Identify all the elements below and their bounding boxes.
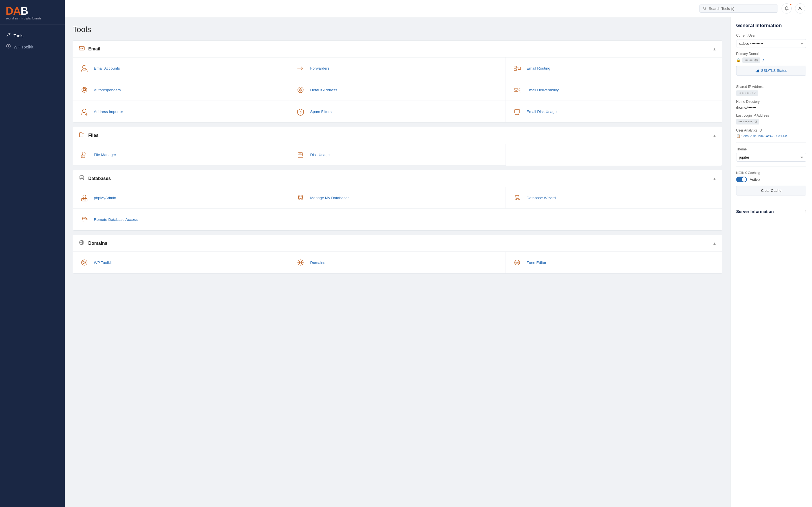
email-routing-label: Email Routing [527,66,550,70]
tool-item-phpmyadmin[interactable]: PHP phpMyAdmin [73,187,289,209]
svg-rect-8 [514,69,516,70]
email-routing-icon [511,62,523,74]
email-disk-usage-label: Email Disk Usage [527,110,557,114]
notifications-button[interactable] [781,3,792,13]
svg-rect-7 [514,66,516,68]
main-content: Tools Email ▲ [65,17,730,507]
last-login-value: •••.•••.•••.13 [736,119,759,124]
svg-point-4 [83,65,86,69]
sidebar-nav: Tools WP Toolkit [0,25,65,57]
autoresponders-label: Autoresponders [94,88,121,92]
tool-item-address-importer[interactable]: Address Importer [73,101,289,122]
tool-item-email-accounts[interactable]: Email Accounts [73,57,289,79]
databases-section-body: PHP phpMyAdmin [73,187,722,230]
last-login-label: Last Login IP Address [736,114,806,117]
divider-4 [736,200,806,200]
domains-chevron-icon: ▲ [712,241,716,245]
bell-icon [784,6,789,11]
tool-item-manage-databases[interactable]: Manage My Databases [289,187,506,209]
tool-item-default-address[interactable]: Default Address [289,79,506,101]
sidebar-item-wp-label: WP Toolkit [13,45,33,49]
svg-rect-20 [82,156,83,157]
domains-section: Domains ▲ [73,235,722,274]
domains-item-icon [295,257,306,268]
file-manager-icon [79,149,90,160]
zone-editor-icon [511,257,523,268]
phpmyadmin-label: phpMyAdmin [94,196,116,200]
tool-item-email-deliverability[interactable]: Email Deliverability [506,79,722,101]
nginx-active-label: Active [750,177,760,182]
files-section-body: File Manager Disk Usage [73,144,722,166]
tool-item-spam-filters[interactable]: Spam Filters [289,101,506,122]
svg-rect-3 [79,47,84,50]
external-link-icon[interactable]: ↗ [762,58,765,62]
tool-item-domains[interactable]: Domains [289,252,506,274]
databases-section-header[interactable]: Databases ▲ [73,170,722,187]
current-user-label: Current User [736,34,806,38]
domains-section-title: Domains [88,241,107,246]
databases-chevron-icon: ▲ [712,176,716,181]
email-deliverability-icon [511,84,523,96]
user-menu-button[interactable] [795,3,805,13]
svg-rect-38 [757,70,758,72]
server-info-row[interactable]: Server Information › [736,205,806,214]
spam-filters-icon [295,106,306,117]
tool-item-forwarders[interactable]: Forwarders [289,57,506,79]
ssl-tls-button[interactable]: SSL/TLS Status [736,66,806,75]
domains-section-header[interactable]: Domains ▲ [73,235,722,252]
svg-rect-39 [758,69,759,72]
forwarders-label: Forwarders [310,66,329,70]
domains-section-icon [79,239,85,247]
disk-usage-label: Disk Usage [310,153,329,157]
svg-point-23 [80,175,84,177]
domains-item-label: Domains [310,261,325,265]
tool-item-zone-editor[interactable]: Zone Editor [506,252,722,274]
default-address-icon [295,84,306,96]
nginx-toggle[interactable] [736,177,747,182]
tool-item-file-manager[interactable]: File Manager [73,144,289,166]
server-info-arrow-icon: › [805,209,806,214]
email-section-header[interactable]: Email ▲ [73,41,722,57]
tool-item-disk-usage[interactable]: Disk Usage [289,144,506,166]
svg-point-15 [83,109,86,113]
sidebar-item-tools-label: Tools [13,33,23,38]
tool-item-autoresponders[interactable]: Autoresponders [73,79,289,101]
theme-select[interactable]: jupiter [736,153,806,162]
lock-icon: 🔒 [736,58,741,62]
sidebar-item-tools[interactable]: Tools [0,30,65,41]
shared-ip-value: ••.•••.•••.17 [736,91,758,96]
disk-usage-icon [295,149,306,160]
address-importer-label: Address Importer [94,110,123,114]
address-importer-icon [79,106,90,117]
server-info-label: Server Information [736,209,774,214]
tool-item-email-disk-usage[interactable]: Email Disk Usage [506,101,722,122]
files-section-icon [79,131,85,139]
theme-label: Theme [736,147,806,151]
svg-rect-36 [756,71,756,72]
tool-item-wp-toolkit[interactable]: WP Toolkit [73,252,289,274]
tool-item-remote-db-access[interactable]: Remote Database Access [73,209,289,230]
tool-item-database-wizard[interactable]: Database Wizard [506,187,722,209]
search-input[interactable] [709,6,774,11]
email-accounts-label: Email Accounts [94,66,120,70]
copy-icon[interactable]: 📋 [736,134,741,138]
content-area: Tools Email ▲ [65,17,812,507]
files-section-header[interactable]: Files ▲ [73,127,722,144]
databases-section-title: Databases [88,176,111,181]
email-section-body: Email Accounts Forwarders [73,57,722,122]
sidebar: DAB Your dream in digital formats Tools [0,0,65,507]
tool-item-email-routing[interactable]: Email Routing [506,57,722,79]
divider-2 [736,143,806,143]
wp-toolkit-item-icon [79,257,90,268]
files-chevron-icon: ▲ [712,133,716,138]
domains-section-body: WP Toolkit Domains [73,252,722,274]
svg-point-16 [300,111,301,113]
sidebar-item-wp-toolkit[interactable]: WP Toolkit [0,41,65,52]
analytics-id-label: User Analytics ID [736,128,806,132]
clear-cache-button[interactable]: Clear Cache [736,186,806,195]
shared-ip-label: Shared IP Address [736,85,806,89]
current-user-select[interactable]: dabco •••••••••• [736,39,806,48]
email-section-icon [79,45,85,53]
search-bar[interactable] [699,4,778,13]
svg-point-30 [82,217,86,219]
